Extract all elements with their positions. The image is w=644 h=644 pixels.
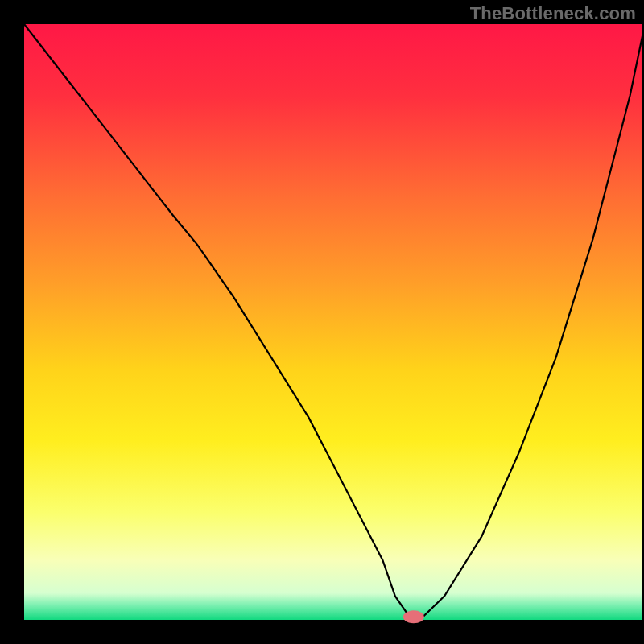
bottleneck-chart xyxy=(0,0,644,644)
optimal-marker xyxy=(403,610,424,623)
plot-background xyxy=(24,24,642,620)
attribution-text: TheBottleneck.com xyxy=(470,3,636,24)
chart-frame: TheBottleneck.com xyxy=(0,0,644,644)
